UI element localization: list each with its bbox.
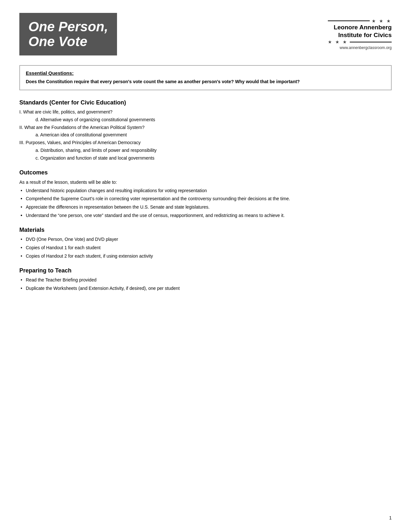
preparing-body: Read the Teacher Briefing provided Dupli… [19,277,392,292]
list-item: • Understand the “one person, one vote” … [19,212,392,219]
outcomes-title: Outcomes [19,169,392,176]
page: One Person, One Vote ★ ★ ★ Leonore Annen… [0,0,411,532]
std-line-2: II. What are the Foundations of the Amer… [19,124,392,131]
page-number: 1 [389,515,392,520]
header: One Person, One Vote ★ ★ ★ Leonore Annen… [19,13,392,55]
materials-section: Materials DVD (One Person, One Vote) and… [19,227,392,260]
outcomes-body: As a result of the lesson, students will… [19,179,392,219]
list-item: Duplicate the Worksheets (and Extension … [19,285,392,292]
logo-website: www.annenbergclassroom.org [340,45,392,50]
header-title-box: One Person, One Vote [19,13,117,55]
list-item: Appreciate the differences in representa… [19,204,392,211]
list-item: • Comprehend the Supreme Court’s role in… [19,195,392,202]
outcomes-section: Outcomes As a result of the lesson, stud… [19,169,392,219]
std-line-3: a. American idea of constitutional gover… [35,132,392,139]
logo-institute-name: Leonore Annenberg Institute for Civics [334,24,392,39]
materials-list: DVD (One Person, One Vote) and DVD playe… [19,236,392,260]
list-item: Copies of Handout 1 for each student [19,244,392,251]
std-line-4: III. Purposes, Values, and Principles of… [19,139,392,146]
standards-title: Standards (Center for Civic Education) [19,99,392,106]
logo-section: ★ ★ ★ Leonore Annenberg Institute for Ci… [328,13,392,55]
essential-questions-box: Essential Questions: Does the Constituti… [19,65,392,90]
preparing-title: Preparing to Teach [19,267,392,274]
std-line-0: I. What are civic life, politics, and go… [19,109,392,116]
logo-stars-bottom: ★ ★ ★ [328,39,348,44]
essential-questions-title: Essential Questions: [26,70,385,76]
logo-stars-top: ★ ★ ★ [372,18,392,24]
logo-row-top: ★ ★ ★ [328,18,392,24]
materials-title: Materials [19,227,392,233]
materials-body: DVD (One Person, One Vote) and DVD playe… [19,236,392,260]
list-item: DVD (One Person, One Vote) and DVD playe… [19,236,392,243]
logo-row-bottom: ★ ★ ★ [328,39,392,44]
preparing-list: Read the Teacher Briefing provided Dupli… [19,277,392,292]
preparing-section: Preparing to Teach Read the Teacher Brie… [19,267,392,292]
std-line-1: d. Alternative ways of organizing consti… [35,116,392,123]
header-title: One Person, One Vote [28,19,108,49]
list-item: Understand historic population changes a… [19,187,392,194]
list-item: Copies of Handout 2 for each student, if… [19,253,392,260]
logo-line-top [328,20,370,21]
list-item: Read the Teacher Briefing provided [19,277,392,284]
standards-section: Standards (Center for Civic Education) I… [19,99,392,162]
logo-line-bottom [350,42,392,43]
outcomes-intro: As a result of the lesson, students will… [19,179,392,186]
essential-questions-text: Does the Constitution require that every… [26,78,385,85]
standards-body: I. What are civic life, politics, and go… [19,109,392,162]
std-line-5: a. Distribution, sharing, and limits of … [35,147,392,154]
std-line-6: c. Organization and function of state an… [35,155,392,162]
outcomes-list: Understand historic population changes a… [19,187,392,219]
